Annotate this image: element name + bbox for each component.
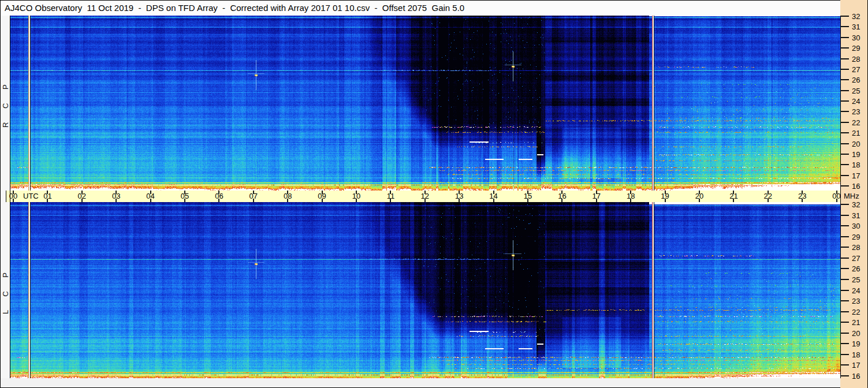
freq-tick-label: 19: [852, 150, 860, 158]
freq-tick-label: 17: [852, 361, 860, 369]
spectrogram-lcp-canvas: [10, 202, 840, 378]
freq-tick: [840, 69, 849, 70]
freq-tick-label: 18: [852, 161, 860, 169]
freq-tick-label: 31: [852, 23, 860, 31]
time-tick-label: 03: [112, 191, 120, 202]
freq-tick-label: 22: [852, 308, 860, 315]
time-tick-label: 04: [146, 191, 154, 202]
freq-tick-label: 30: [852, 222, 860, 230]
freq-tick: [840, 132, 849, 133]
freq-tick: [840, 185, 849, 186]
freq-tick: [840, 79, 849, 80]
freq-tick: [840, 37, 849, 38]
freq-tick: [840, 354, 849, 355]
time-tick-label: 07: [249, 191, 258, 202]
freq-tick: [840, 122, 849, 123]
freq-tick: [840, 236, 849, 237]
freq-tick: [840, 375, 849, 376]
freq-tick-label: 28: [852, 55, 860, 62]
time-tick-label: 13: [455, 191, 463, 202]
time-tick-label: 16: [558, 191, 566, 202]
freq-tick-label: 32: [852, 201, 860, 208]
freq-tick: [840, 343, 849, 344]
lcp-panel-label: L C P: [1, 202, 10, 378]
time-axis-utc-unit: UTC: [23, 191, 39, 202]
freq-tick: [840, 16, 849, 17]
freq-tick-label: 30: [852, 33, 860, 41]
freq-tick-label: 25: [852, 275, 860, 283]
time-tick-label: 19: [661, 191, 669, 202]
time-tick-label: 05: [181, 191, 189, 202]
freq-tick: [840, 322, 849, 323]
freq-tick-label: 32: [852, 13, 860, 20]
freq-tick: [840, 47, 849, 48]
freq-tick: [840, 100, 849, 102]
freq-tick-label: 16: [852, 372, 860, 380]
spectrogram-window: AJ4CO Observatory 11 Oct 2019 - DPS on T…: [0, 0, 868, 388]
time-tick-label: 01: [43, 191, 51, 202]
freq-tick: [840, 58, 849, 59]
freq-tick-label: 20: [852, 329, 860, 337]
freq-tick-label: 29: [852, 233, 860, 240]
freq-tick: [840, 204, 849, 205]
freq-tick-label: 25: [852, 87, 860, 94]
freq-tick: [840, 258, 849, 259]
freq-tick: [840, 111, 849, 112]
freq-tick-label: 24: [852, 98, 860, 105]
time-tick-label: 17: [593, 191, 601, 202]
freq-tick: [840, 333, 849, 334]
time-tick-label: 12: [421, 191, 429, 202]
freq-tick-label: 27: [852, 254, 860, 262]
time-tick-label: 00: [832, 191, 840, 202]
bottom-margin-strip: [1, 378, 840, 387]
freq-tick-label: 28: [852, 244, 860, 251]
freq-tick-label: 17: [852, 171, 860, 179]
freq-tick: [840, 290, 849, 291]
time-tick-label: 00: [9, 191, 17, 202]
freq-tick-label: 21: [852, 129, 860, 137]
freq-tick: [840, 364, 849, 365]
freq-tick-label: 22: [852, 118, 860, 126]
freq-tick: [840, 247, 849, 248]
freq-tick-label: 21: [852, 319, 860, 326]
time-tick-label: 18: [627, 191, 635, 202]
freq-tick-label: 24: [852, 286, 860, 294]
time-tick-label: 06: [215, 191, 223, 202]
freq-tick: [840, 215, 849, 216]
freq-tick: [840, 143, 849, 144]
freq-tick: [840, 175, 849, 176]
time-tick-label: 14: [489, 191, 497, 202]
time-tick-label: 02: [78, 191, 86, 202]
freq-tick: [840, 279, 849, 280]
freq-tick: [840, 90, 849, 91]
time-tick-label: 15: [524, 191, 532, 202]
freq-tick-label: 23: [852, 297, 860, 305]
time-tick-label: 23: [798, 191, 806, 202]
freq-tick-label: 31: [852, 211, 860, 219]
freq-tick-label: 27: [852, 65, 860, 73]
freq-tick-label: 29: [852, 44, 860, 52]
time-tick-label: 08: [284, 191, 292, 202]
freq-tick: [840, 26, 849, 27]
freq-tick-label: 20: [852, 140, 860, 147]
time-tick-label: 20: [695, 191, 703, 202]
freq-tick-label: 23: [852, 108, 860, 115]
rcp-panel-label: R C P: [1, 16, 10, 191]
freq-tick-label: 16: [852, 182, 860, 190]
freq-tick-label: 26: [852, 76, 860, 84]
freq-tick: [840, 164, 849, 165]
freq-tick-label: 19: [852, 340, 860, 348]
freq-tick: [840, 300, 849, 301]
title-bar: AJ4CO Observatory 11 Oct 2019 - DPS on T…: [1, 1, 840, 16]
freq-tick: [840, 225, 849, 226]
time-tick-label: 22: [764, 191, 772, 202]
freq-tick: [840, 268, 849, 269]
time-tick-label: 09: [318, 191, 326, 202]
freq-tick: [840, 154, 849, 155]
time-tick-label: 10: [352, 191, 360, 202]
freq-tick-label: 26: [852, 265, 860, 273]
time-tick-label: 21: [729, 191, 737, 202]
freq-tick-label: 18: [852, 350, 860, 358]
freq-tick: [840, 311, 849, 312]
time-tick-label: 11: [387, 191, 395, 202]
